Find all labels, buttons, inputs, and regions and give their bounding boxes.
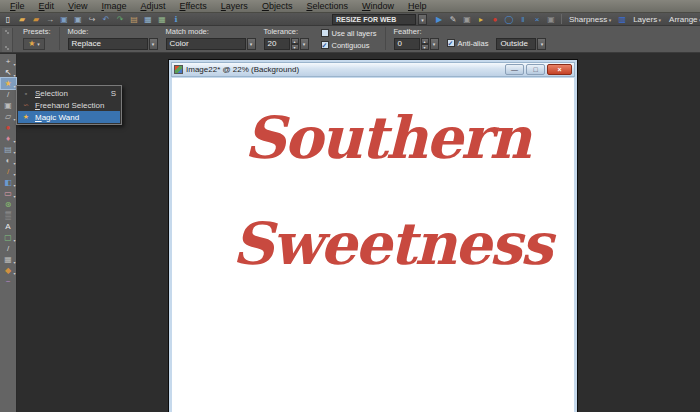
edit-script-icon[interactable]: ✎ — [447, 14, 459, 25]
step-script-icon[interactable]: ▣ — [545, 14, 557, 25]
mode-select[interactable]: Replace — [68, 38, 148, 50]
cancel-script-icon[interactable]: × — [531, 14, 543, 25]
browse-folder-icon[interactable]: ▰ — [30, 14, 42, 25]
menu-selections[interactable]: Selections — [299, 0, 355, 12]
use-all-layers-checkbox[interactable] — [321, 29, 329, 37]
match-mode-select-value: Color — [170, 39, 189, 48]
makeover-tool[interactable]: ♦ — [1, 133, 16, 144]
script-select-arrow-icon[interactable]: ▾ — [418, 14, 427, 25]
save-as-icon[interactable]: ▣ — [72, 14, 84, 25]
lasso-icon: ∽ — [21, 101, 31, 109]
open-folder-icon[interactable]: ▰ — [16, 14, 28, 25]
menu-edit[interactable]: Edit — [32, 0, 62, 12]
layers-checkbox-group: Use all layers ✓ Contiguous — [321, 27, 377, 51]
layers-palette-icon[interactable]: ▥ — [616, 14, 628, 25]
window-controls: — □ × — [505, 64, 572, 75]
scan-icon[interactable]: ▦ — [156, 14, 168, 25]
info-icon[interactable]: ℹ — [170, 14, 182, 25]
save-icon[interactable]: ▣ — [58, 14, 70, 25]
airbrush-tool[interactable]: ▒ — [1, 210, 16, 221]
antialias-mode-select[interactable]: Outside — [496, 38, 536, 50]
document-title-bar[interactable]: Image22* @ 22% (Background) — □ × — [171, 62, 575, 77]
picture-tube-tool[interactable]: ⊛ — [1, 199, 16, 210]
tolerance-spinner[interactable]: ▴▾ — [291, 38, 299, 50]
match-mode-select-arrow-icon[interactable]: ▾ — [247, 38, 256, 50]
tolerance-value: 20 — [268, 39, 277, 48]
save-script-icon[interactable]: ▣ — [461, 14, 473, 25]
undo-icon[interactable]: ↶ — [100, 14, 112, 25]
pen-tool[interactable]: / — [1, 243, 16, 254]
import-icon[interactable]: → — [44, 14, 56, 25]
paste-icon[interactable]: ▤ — [128, 14, 140, 25]
run-selected-script-icon[interactable]: ▸ — [475, 14, 487, 25]
new-file-icon[interactable]: ▯ — [2, 14, 14, 25]
sharpness-menu[interactable]: Sharpness — [566, 15, 614, 24]
preset-shape-tool[interactable]: ▢ — [1, 232, 16, 243]
capture-icon[interactable]: ▦ — [142, 14, 154, 25]
layers-menu[interactable]: Layers — [630, 15, 664, 24]
tolerance-group: Tolerance: 20 ▴▾ ▾ — [264, 27, 309, 50]
dropper-tool[interactable]: / — [1, 89, 16, 100]
presets-dropdown[interactable]: ★ ▾ — [23, 38, 45, 50]
use-all-layers-label: Use all layers — [332, 29, 377, 38]
antialias-checkbox[interactable]: ✓ — [447, 39, 455, 47]
menu-effects[interactable]: Effects — [172, 0, 213, 12]
match-mode-select[interactable]: Color — [166, 38, 246, 50]
menu-image[interactable]: Image — [94, 0, 133, 12]
options-bar-grip[interactable] — [2, 28, 13, 52]
pause-script-icon[interactable]: ‖ — [517, 14, 529, 25]
canvas-text-line1: Southern — [244, 104, 529, 172]
eraser-tool[interactable]: ▭ — [1, 188, 16, 199]
tolerance-input[interactable]: 20 — [264, 38, 290, 50]
arrange-menu[interactable]: Arrange — [666, 15, 700, 24]
record-script-icon[interactable]: ● — [489, 14, 501, 25]
flyout-item-selection[interactable]: ▫ Selection S — [18, 87, 120, 99]
canvas-text-line2: Sweetness — [232, 210, 551, 278]
contiguous-checkmark: ✓ — [322, 42, 328, 49]
antialias-mode-arrow-icon[interactable]: ▾ — [537, 38, 546, 50]
stop-script-icon[interactable]: ◯ — [503, 14, 515, 25]
tolerance-slider-arrow-icon[interactable]: ▾ — [300, 38, 309, 50]
feather-group: Feather: 0 ▴▾ ▾ — [385, 27, 439, 50]
paint-brush-tool[interactable]: / — [1, 166, 16, 177]
flyout-item-freehand-selection[interactable]: ∽ Freehand Selection — [18, 99, 120, 111]
share-icon[interactable]: ↪ — [86, 14, 98, 25]
feather-slider-arrow-icon[interactable]: ▾ — [430, 38, 439, 50]
minimize-button[interactable]: — — [505, 64, 524, 75]
clone-brush-tool[interactable]: ▤ — [1, 144, 16, 155]
script-select[interactable]: RESIZE FOR WEB — [332, 14, 416, 25]
maximize-button[interactable]: □ — [526, 64, 545, 75]
pan-tool[interactable]: + — [1, 56, 16, 67]
feather-spinner[interactable]: ▴▾ — [421, 38, 429, 50]
menu-layers[interactable]: Layers — [214, 0, 255, 12]
crop-tool[interactable]: ▣ — [1, 100, 16, 111]
image-canvas[interactable]: Southern Sweetness — [172, 78, 574, 412]
document-icon — [174, 65, 183, 74]
menu-file[interactable]: File — [3, 0, 32, 12]
feather-input[interactable]: 0 — [394, 38, 420, 50]
menu-adjust[interactable]: Adjust — [133, 0, 172, 12]
menu-help[interactable]: Help — [401, 0, 434, 12]
flyout-item-magic-wand[interactable]: ★ Magic Wand — [18, 111, 120, 123]
mode-select-value: Replace — [72, 39, 101, 48]
red-eye-tool[interactable]: ● — [1, 122, 16, 133]
mesh-warp-tool[interactable]: ▦ — [1, 254, 16, 265]
text-tool[interactable]: A — [1, 221, 16, 232]
antialias-mode-value: Outside — [500, 39, 528, 48]
menu-window[interactable]: Window — [355, 0, 401, 12]
feather-label: Feather: — [394, 27, 439, 37]
magic-wand-tool[interactable]: ★ — [1, 78, 16, 89]
contiguous-checkbox[interactable]: ✓ — [321, 41, 329, 49]
straighten-tool[interactable]: ▱ — [1, 111, 16, 122]
close-button[interactable]: × — [547, 64, 572, 75]
flood-fill-tool[interactable]: ◆ — [1, 265, 16, 276]
warp-brush-tool[interactable]: ~ — [1, 276, 16, 287]
pick-tool[interactable]: ↖ — [1, 67, 16, 78]
menu-objects[interactable]: Objects — [255, 0, 300, 12]
mode-select-arrow-icon[interactable]: ▾ — [149, 38, 158, 50]
run-script-icon[interactable]: ▶ — [433, 14, 445, 25]
menu-view[interactable]: View — [61, 0, 94, 12]
lighten-darken-tool[interactable]: ◐ — [1, 155, 16, 166]
color-changer-tool[interactable]: ◧ — [1, 177, 16, 188]
redo-icon[interactable]: ↷ — [114, 14, 126, 25]
